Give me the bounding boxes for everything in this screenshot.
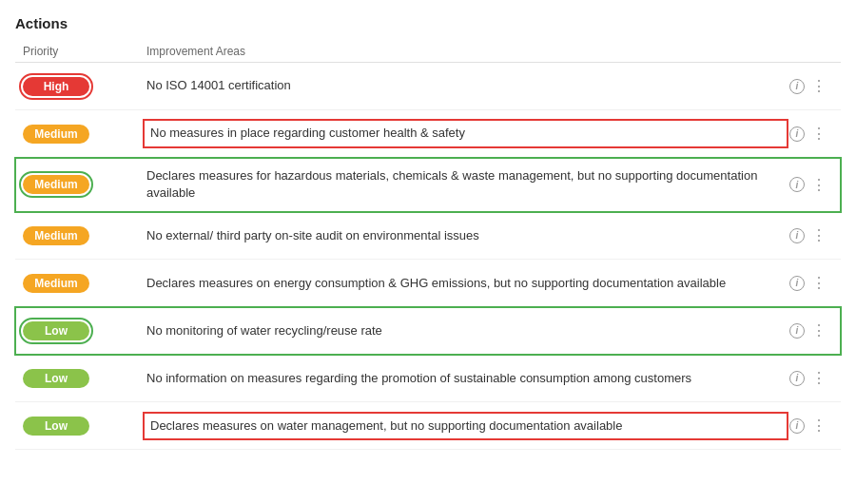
info-icon[interactable]: i [789, 276, 805, 291]
table-header: Priority Improvement Areas [15, 41, 841, 63]
header-improvement-areas: Improvement Areas [146, 45, 833, 58]
area-wrapper: No monitoring of water recycling/reuse r… [146, 322, 805, 339]
priority-badge: High [23, 77, 89, 96]
area-wrapper: No ISO 14001 certificationi [146, 77, 805, 94]
improvement-area-text: Declares measures on energy consumption … [146, 275, 785, 292]
more-options-icon[interactable]: ⋮ [805, 77, 833, 95]
priority-column: Medium [23, 274, 146, 293]
improvement-area-text: No measures in place regarding customer … [146, 123, 785, 144]
priority-badge: Low [23, 369, 89, 388]
improvement-area-text: No ISO 14001 certification [146, 77, 785, 94]
improvement-area-text: Declares measures on water management, b… [146, 416, 785, 436]
table-row: LowNo information on measures regarding … [15, 355, 841, 402]
info-icon[interactable]: i [789, 228, 805, 243]
table-row: LowNo monitoring of water recycling/reus… [15, 307, 841, 355]
priority-badge: Medium [23, 175, 89, 194]
more-options-icon[interactable]: ⋮ [805, 321, 833, 339]
priority-column: Medium [23, 175, 146, 194]
info-icon[interactable]: i [789, 126, 805, 142]
more-options-icon[interactable]: ⋮ [805, 176, 833, 194]
info-icon[interactable]: i [789, 79, 805, 94]
table-row: LowDeclares measures on water management… [15, 402, 841, 450]
info-icon[interactable]: i [789, 371, 805, 386]
improvement-area-text: No monitoring of water recycling/reuse r… [146, 322, 785, 339]
priority-column: High [23, 77, 146, 96]
more-options-icon[interactable]: ⋮ [805, 226, 833, 244]
area-wrapper: No external/ third party on-site audit o… [146, 227, 805, 244]
table-row: MediumDeclares measures on energy consum… [15, 260, 841, 307]
area-wrapper: No measures in place regarding customer … [146, 123, 805, 144]
table-row: MediumNo measures in place regarding cus… [15, 110, 841, 158]
priority-column: Low [23, 417, 146, 436]
priority-badge: Medium [23, 226, 89, 245]
improvement-area-text: Declares measures for hazardous material… [146, 167, 785, 202]
section-container: Actions Priority Improvement Areas HighN… [15, 15, 841, 450]
area-wrapper: Declares measures on energy consumption … [146, 275, 805, 292]
table-row: MediumDeclares measures for hazardous ma… [15, 158, 841, 212]
priority-badge: Medium [23, 274, 89, 293]
priority-column: Low [23, 321, 146, 340]
info-icon[interactable]: i [789, 323, 805, 339]
actions-table: HighNo ISO 14001 certificationi⋮MediumNo… [15, 63, 841, 450]
priority-column: Medium [23, 125, 146, 144]
priority-badge: Low [23, 417, 89, 436]
more-options-icon[interactable]: ⋮ [805, 417, 833, 435]
info-icon[interactable]: i [789, 418, 805, 434]
table-row: HighNo ISO 14001 certificationi⋮ [15, 63, 841, 110]
improvement-area-text: No external/ third party on-site audit o… [146, 227, 785, 244]
header-priority: Priority [23, 45, 146, 58]
area-wrapper: No information on measures regarding the… [146, 370, 805, 387]
area-wrapper: Declares measures for hazardous material… [146, 167, 805, 202]
more-options-icon[interactable]: ⋮ [805, 369, 833, 387]
area-wrapper: Declares measures on water management, b… [146, 416, 805, 436]
improvement-area-text: No information on measures regarding the… [146, 370, 785, 387]
table-row: MediumNo external/ third party on-site a… [15, 212, 841, 260]
priority-badge: Low [23, 321, 89, 340]
priority-column: Medium [23, 226, 146, 245]
priority-column: Low [23, 369, 146, 388]
more-options-icon[interactable]: ⋮ [805, 125, 833, 143]
info-icon[interactable]: i [789, 177, 805, 192]
priority-badge: Medium [23, 125, 89, 144]
section-title: Actions [15, 15, 841, 31]
more-options-icon[interactable]: ⋮ [805, 274, 833, 292]
